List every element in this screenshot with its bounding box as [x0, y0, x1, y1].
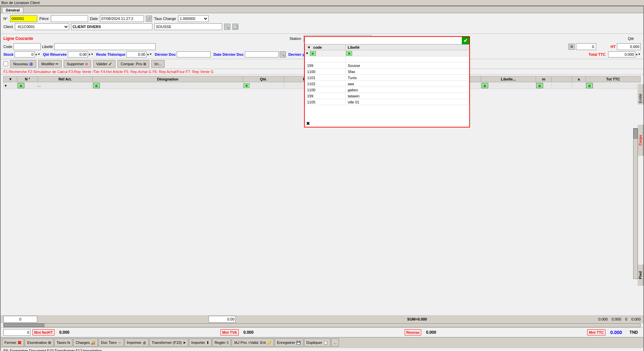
list-item[interactable]: 1101 Tunis [305, 75, 469, 81]
compar-prix-button[interactable]: Compar. Prix ⊞ [117, 60, 149, 68]
fermer-button[interactable]: Fermer ✖ [2, 338, 24, 347]
total-ttc-input[interactable] [608, 51, 635, 57]
entite-label[interactable]: Entité [638, 84, 643, 104]
modifier-button[interactable]: Modifier ✏ [38, 60, 62, 68]
sum-v6: 0.000 [631, 317, 641, 321]
dropdown-filter-icon2[interactable]: ⊞ [346, 51, 352, 56]
list-item[interactable]: 199 Sousse [305, 63, 469, 69]
mnt-tva-value: 0.000 [241, 330, 256, 335]
dropdown-col-code: ▼ code [305, 45, 346, 50]
taux-select[interactable]: 1.000000 0.500000 2.000000 [178, 15, 209, 22]
dropdown-search[interactable] [305, 37, 462, 44]
sum-v3: 0.000 [598, 317, 608, 321]
date-dernier-doc-label[interactable]: Date Dérnier Doc [213, 52, 243, 56]
station-label: Station [289, 37, 301, 41]
checkbox-nouveau[interactable] [3, 62, 8, 66]
list-item[interactable]: 1105 ville 01 [305, 99, 469, 105]
refresh-icon[interactable]: 🔄 [232, 24, 238, 30]
footer-input1[interactable] [3, 329, 30, 336]
tab-bar: Général [1, 6, 643, 13]
code-input[interactable] [14, 43, 41, 50]
client-label: Client [3, 25, 13, 29]
importer-button[interactable]: Importer ⬇ [189, 338, 212, 347]
piece-input[interactable] [51, 15, 88, 22]
list-item[interactable]: 1100 gabes [305, 87, 469, 93]
libelle-label: Libellé [42, 45, 53, 49]
sum-value2[interactable] [209, 316, 236, 323]
header-form: N° Pièce Date 🔗 Taux Change 1.000000 0.5… [1, 13, 643, 34]
sum-value1[interactable] [3, 316, 37, 323]
qte-reservee-input[interactable] [68, 51, 88, 57]
col-a: a [572, 76, 585, 82]
taux-label: Taux Change [154, 17, 176, 21]
search-icon2[interactable]: 🔍 [280, 51, 286, 57]
client-name-input[interactable] [71, 23, 152, 30]
copy-icon[interactable]: ⧉ [568, 44, 575, 50]
dernier-doc-input[interactable] [177, 51, 211, 57]
reste-theorique-label[interactable]: Reste Théorique [96, 52, 125, 56]
ht-input[interactable] [617, 43, 641, 50]
ligne-courante-title: Ligne Courante [3, 36, 33, 41]
corps-label[interactable]: Corps [638, 125, 643, 156]
qte-input[interactable] [576, 43, 596, 50]
dropdown-close-button[interactable]: ✖ [305, 120, 312, 127]
dropdown-popup: ✔ ▼ code Libellé ▼ ⊞ [304, 36, 470, 127]
libelle-input[interactable] [54, 43, 156, 50]
num-input[interactable] [10, 15, 37, 22]
dernier-doc-label[interactable]: Dérnier Doc [155, 52, 176, 56]
mnt-tva-label: Mnt TVA [220, 329, 239, 335]
stock-label[interactable]: Stock [3, 52, 14, 56]
code-label: Code [3, 45, 12, 49]
delete-icon: ⊖ [85, 62, 88, 66]
vscrollbar[interactable] [633, 128, 638, 279]
stock-input[interactable] [15, 51, 35, 57]
list-item[interactable]: 1102 aaa [305, 81, 469, 87]
charges-icon: 🚚 [91, 341, 95, 345]
regler-button[interactable]: Regler $ [212, 338, 231, 347]
imprimer-button2[interactable]: Im... [151, 60, 165, 68]
list-item[interactable]: 1100 Sfax [305, 69, 469, 75]
plus-icon: ⊕ [29, 61, 33, 67]
save-icon: 💾 [296, 341, 301, 345]
imprimer-bottom-button[interactable]: Imprimer 🖨 [125, 338, 149, 347]
link-icon[interactable]: 🔗 [146, 16, 152, 22]
pied-label[interactable]: Pied [638, 264, 643, 286]
filter-icon-1: ⊞ [18, 83, 24, 88]
taxes-button[interactable]: Taxes fx [54, 338, 72, 347]
hscroll[interactable] [3, 323, 641, 327]
transform-icon: ➤ [183, 341, 186, 345]
valider-button[interactable]: Valider ✔ [93, 60, 115, 68]
transformer-button[interactable]: Transformer (F10) ➤ [149, 338, 188, 347]
client-code-select[interactable]: 411C0001 [15, 23, 69, 30]
reste-theorique-input[interactable] [126, 51, 147, 57]
list-item[interactable]: 199 tatawin [305, 93, 469, 99]
more-button[interactable]: ... [331, 338, 339, 347]
search-icon[interactable]: 🔍 [224, 24, 230, 30]
dropdown-filter-icon[interactable]: ⊞ [310, 51, 316, 56]
supprimer-button[interactable]: Supprimer ⊖ [64, 60, 91, 68]
client-city-input[interactable] [154, 23, 222, 30]
list-item[interactable] [305, 56, 469, 63]
exoneration-icon: ⊞ [48, 341, 51, 345]
col-designation: Désignation [92, 76, 243, 82]
filter-icon-9: ⊞ [586, 83, 593, 88]
date-dernier-doc-input[interactable] [245, 51, 279, 57]
duplicate-icon: 📋 [323, 341, 328, 345]
col-qte: Qté. [243, 76, 284, 82]
app-title: Bon de Livraison Client [1, 1, 40, 5]
nouveau-button[interactable]: Nouveau ⊕ [10, 60, 36, 68]
qte-reservee-label[interactable]: Qté Réservée [43, 52, 67, 56]
iaj-button[interactable]: IAJ Prix +Valid. Ent 🔑 [232, 338, 274, 347]
import-icon: ⬇ [206, 341, 209, 345]
col-ref: Réf Art. [38, 76, 93, 82]
check-icon: ✔ [108, 61, 112, 67]
charges-button[interactable]: Charges 🚚 [73, 338, 98, 347]
dropdown-ok-icon[interactable]: ✔ [462, 37, 469, 44]
iaj-icon: 🔑 [267, 341, 272, 345]
date-input[interactable] [100, 15, 144, 22]
dupliquer-button[interactable]: Dupliquer 📋 [304, 338, 330, 347]
enregistrer-button[interactable]: Enregistrer 💾 [275, 338, 303, 347]
exoneration-button[interactable]: Exonération ⊞ [25, 338, 53, 347]
tab-general[interactable]: Général [2, 7, 23, 13]
doc-tiers-button[interactable]: Doc Tiers → [99, 338, 124, 347]
